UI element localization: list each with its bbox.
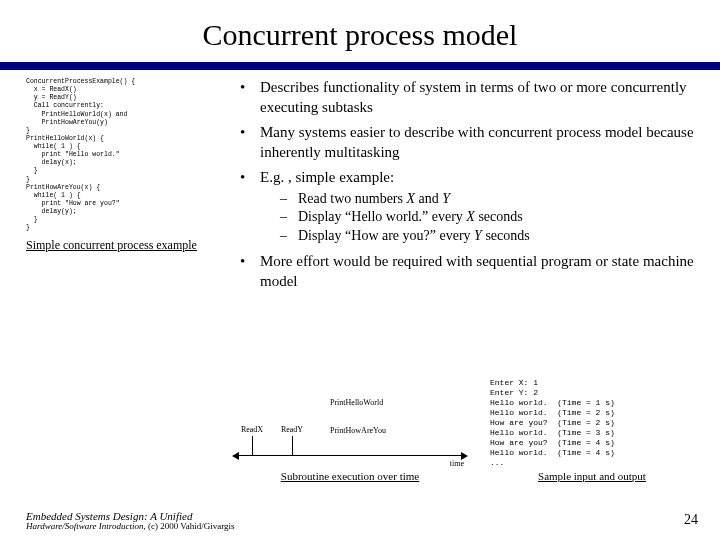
footer-line2: Hardware/Software Introduction, (c) 2000…	[26, 522, 235, 532]
tick-label-readx: ReadX	[241, 425, 263, 434]
sub-bullet-1: Read two numbers X and Y	[280, 190, 694, 209]
tick-ready	[292, 436, 293, 456]
page-number: 24	[684, 512, 698, 528]
left-caption: Simple concurrent process example	[26, 238, 226, 253]
slide-title: Concurrent process model	[26, 18, 694, 52]
bullet-list: Describes functionality of system in ter…	[234, 78, 694, 291]
label-how: PrintHowAreYou	[330, 426, 386, 435]
sub-bullet-3: Display “How are you?” every Y seconds	[280, 227, 694, 246]
bullet-3-text: E.g. , simple example:	[260, 169, 394, 185]
time-label: time	[450, 459, 464, 468]
bullet-3: E.g. , simple example: Read two numbers …	[234, 168, 694, 246]
footer: Embedded Systems Design: A Unified Hardw…	[26, 510, 235, 532]
left-column: ConcurrentProcessExample() { x = ReadX()…	[26, 78, 226, 297]
tick-label-ready: ReadY	[281, 425, 303, 434]
timeline-diagram: ReadX ReadY PrintHelloWorld PrintHowAreY…	[230, 388, 470, 482]
title-divider	[0, 62, 720, 68]
content-row: ConcurrentProcessExample() { x = ReadX()…	[26, 78, 694, 297]
code-example: ConcurrentProcessExample() { x = ReadX()…	[26, 78, 226, 232]
label-hello: PrintHelloWorld	[330, 398, 383, 407]
time-axis	[234, 455, 466, 456]
slide: Concurrent process model ConcurrentProce…	[0, 0, 720, 540]
timeline-caption: Subroutine execution over time	[230, 470, 470, 482]
bullet-4: More effort would be required with seque…	[234, 252, 694, 291]
bullet-2: Many systems easier to describe with con…	[234, 123, 694, 162]
sub-bullet-2: Display “Hello world.” every X seconds	[280, 208, 694, 227]
bullet-1: Describes functionality of system in ter…	[234, 78, 694, 117]
sub-bullets: Read two numbers X and Y Display “Hello …	[260, 190, 694, 247]
output-block: Enter X: 1 Enter Y: 2 Hello world. (Time…	[490, 378, 694, 482]
right-column: Describes functionality of system in ter…	[234, 78, 694, 297]
output-caption: Sample input and output	[490, 470, 694, 482]
tick-readx	[252, 436, 253, 456]
sample-output: Enter X: 1 Enter Y: 2 Hello world. (Time…	[490, 378, 694, 468]
lower-row: ReadX ReadY PrintHelloWorld PrintHowAreY…	[230, 378, 694, 482]
timeline-canvas: ReadX ReadY PrintHelloWorld PrintHowAreY…	[230, 388, 470, 468]
